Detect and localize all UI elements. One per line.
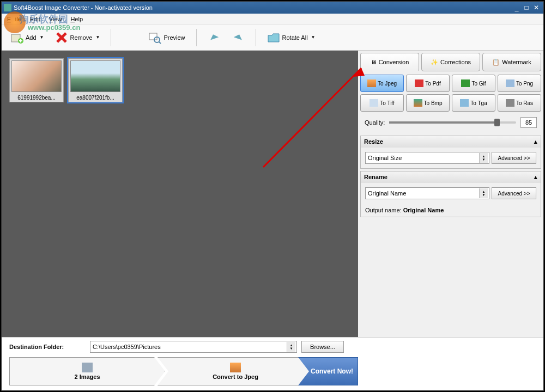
close-button[interactable]: ✕ [531, 4, 541, 11]
tab-conversion[interactable]: 🖥 Conversion [360, 53, 419, 71]
rotate-all-button[interactable]: Rotate All ▼ [264, 29, 319, 46]
preview-icon [148, 31, 161, 44]
destination-label: Destination Folder: [9, 344, 86, 350]
destination-path[interactable]: C:\Users\pc0359\Pictures ▲▼ [90, 341, 297, 353]
format-tiff[interactable]: To Tiff [360, 94, 404, 112]
format-gif[interactable]: To Gif [452, 75, 495, 92]
tga-icon [460, 99, 469, 107]
format-jpeg[interactable]: To Jpeg [360, 75, 404, 92]
thumbnail-caption: ea8007f201fb... [69, 94, 122, 102]
step-format[interactable]: Convert to Jpeg [158, 357, 313, 385]
spinner-icon[interactable]: ▲▼ [479, 188, 488, 198]
rename-header[interactable]: Rename ▴ [361, 171, 541, 183]
quality-value[interactable]: 85 [520, 117, 537, 128]
add-icon [10, 31, 23, 44]
remove-icon [55, 31, 68, 44]
quality-label: Quality: [365, 119, 385, 126]
menu-file[interactable]: File [5, 15, 23, 23]
spinner-icon[interactable]: ▲▼ [287, 342, 295, 352]
rotate-all-label: Rotate All [282, 34, 308, 41]
wand-icon: ✨ [431, 59, 438, 66]
add-button[interactable]: Add ▼ [7, 29, 47, 46]
jpeg-icon [230, 363, 241, 372]
rename-section: Rename ▴ Original Name ▲▼ Advanced >> Ou… [360, 171, 541, 217]
thumbnail[interactable]: 61991992bea... [9, 58, 64, 102]
menu-help[interactable]: Help [68, 15, 85, 23]
output-name-row: Output name: Original Name [361, 204, 541, 217]
thumbnail-image [70, 60, 120, 92]
thumbnail[interactable]: ea8007f201fb... [68, 58, 123, 102]
resize-select[interactable]: Original Size ▲▼ [365, 152, 489, 164]
chevron-down-icon: ▼ [40, 35, 44, 40]
png-icon [506, 79, 514, 87]
svg-rect-2 [149, 33, 157, 40]
bmp-icon [414, 99, 422, 107]
svg-line-4 [263, 68, 361, 167]
thumbnail-area[interactable]: 61991992bea... ea8007f201fb... [2, 51, 358, 337]
collapse-icon: ▴ [534, 174, 537, 181]
tab-corrections[interactable]: ✨ Corrections [421, 53, 480, 71]
quality-slider[interactable] [389, 121, 516, 124]
ras-icon [506, 99, 514, 107]
title-bar: Soft4Boost Image Converter - Non-activat… [2, 2, 543, 14]
bottom-panel: Destination Folder: C:\Users\pc0359\Pict… [2, 337, 543, 390]
remove-label: Remove [70, 34, 93, 41]
menu-edit[interactable]: Edit [28, 15, 43, 23]
format-tga[interactable]: To Tga [452, 94, 495, 112]
toolbar: Add ▼ Remove ▼ Preview Rotate All ▼ [2, 24, 543, 51]
menu-view[interactable]: View [47, 15, 64, 23]
pdf-icon [415, 79, 423, 87]
app-icon [4, 4, 11, 11]
collapse-icon: ▴ [534, 138, 537, 145]
tab-watermark[interactable]: 📋 Watermark [482, 53, 541, 71]
resize-advanced-button[interactable]: Advanced >> [492, 152, 536, 164]
resize-section: Resize ▴ Original Size ▲▼ Advanced >> [360, 136, 541, 169]
gif-icon [461, 79, 470, 87]
rename-advanced-button[interactable]: Advanced >> [492, 187, 536, 199]
separator [196, 29, 197, 46]
format-bmp[interactable]: To Bmp [406, 94, 450, 112]
rename-select[interactable]: Original Name ▲▼ [365, 187, 489, 199]
monitor-icon: 🖥 [371, 59, 377, 65]
separator [111, 29, 111, 46]
rotate-right-button[interactable] [228, 29, 248, 46]
minimize-button[interactable]: _ [512, 4, 522, 11]
jpeg-icon [367, 79, 376, 87]
menu-bar: File Edit View Help [2, 14, 543, 24]
thumbnail-caption: 61991992bea... [10, 94, 63, 102]
rotate-right-icon [232, 31, 245, 44]
rotate-left-icon [208, 31, 221, 44]
annotation-arrow [241, 64, 367, 178]
thumbnail-image [11, 60, 62, 92]
add-label: Add [26, 34, 37, 41]
window-title: Soft4Boost Image Converter - Non-activat… [14, 4, 512, 11]
chevron-down-icon: ▼ [95, 35, 100, 40]
step-images[interactable]: 2 Images [9, 357, 165, 385]
preview-button[interactable]: Preview [145, 29, 188, 46]
chevron-down-icon: ▼ [311, 35, 316, 40]
remove-button[interactable]: Remove ▼ [52, 29, 104, 46]
folder-icon [267, 31, 280, 44]
resize-header[interactable]: Resize ▴ [361, 136, 541, 148]
preview-label: Preview [164, 34, 185, 41]
side-panel: 🖥 Conversion ✨ Corrections 📋 Watermark T… [358, 51, 543, 337]
format-png[interactable]: To Png [498, 75, 541, 92]
format-pdf[interactable]: To Pdf [406, 75, 450, 92]
spinner-icon[interactable]: ▲▼ [479, 153, 488, 163]
rotate-left-button[interactable] [204, 29, 224, 46]
maximize-button[interactable]: □ [522, 4, 531, 11]
separator [256, 29, 256, 46]
stamp-icon: 📋 [492, 59, 500, 66]
tiff-icon [370, 99, 378, 107]
images-icon [82, 363, 93, 372]
format-ras[interactable]: To Ras [498, 94, 541, 112]
browse-button[interactable]: Browse... [301, 341, 344, 353]
